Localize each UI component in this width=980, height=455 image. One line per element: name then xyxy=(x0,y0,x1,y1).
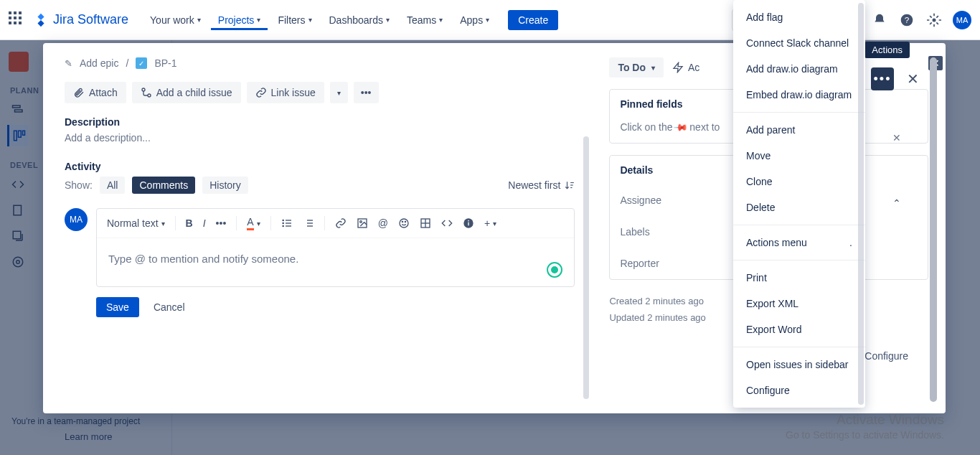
svg-rect-29 xyxy=(307,222,313,223)
pinned-fields-label: Pinned fields xyxy=(620,98,682,110)
status-select[interactable]: To Do▾ xyxy=(609,57,664,78)
mention-button[interactable]: @ xyxy=(378,217,388,229)
menu-add-flag[interactable]: Add flag xyxy=(733,4,865,30)
svg-point-34 xyxy=(402,221,402,222)
nav-apps[interactable]: Apps▾ xyxy=(453,10,496,30)
issue-actions-button[interactable]: ••• xyxy=(871,67,894,90)
more-actions-button[interactable]: ••• xyxy=(354,82,379,103)
menu-embed-drawio[interactable]: Embed draw.io diagram xyxy=(733,82,865,108)
create-button[interactable]: Create xyxy=(508,10,558,30)
user-avatar[interactable]: MA xyxy=(953,11,971,29)
details-label: Details xyxy=(620,164,653,176)
save-button[interactable]: Save xyxy=(96,297,139,317)
action-row: Attach Add a child issue Link issue ▾ ••… xyxy=(65,82,575,103)
nav-your-work[interactable]: Your work▾ xyxy=(143,10,208,30)
svg-rect-26 xyxy=(286,222,291,223)
settings-icon[interactable] xyxy=(925,11,943,29)
menu-delete[interactable]: Delete xyxy=(733,194,865,220)
nav-items: Your work▾ Projects▾ Filters▾ Dashboards… xyxy=(143,10,496,30)
more-formatting-button[interactable]: ••• xyxy=(216,217,227,229)
link-button[interactable] xyxy=(335,217,347,229)
link-issue-button[interactable]: Link issue xyxy=(247,82,324,103)
bold-button[interactable]: B xyxy=(186,217,193,229)
menu-scrollbar[interactable] xyxy=(858,3,864,405)
pin-icon: 📌 xyxy=(673,120,689,136)
tab-all[interactable]: All xyxy=(100,177,126,194)
table-button[interactable] xyxy=(420,217,431,229)
svg-point-23 xyxy=(282,222,284,225)
breadcrumb: ✎ Add epic / ✓ BP-1 xyxy=(65,57,575,69)
left-scrollbar[interactable] xyxy=(583,136,589,399)
nav-filters[interactable]: Filters▾ xyxy=(270,10,319,30)
italic-button[interactable]: I xyxy=(203,217,206,229)
pinned-close-x[interactable]: ✕ xyxy=(892,132,901,144)
svg-point-17 xyxy=(148,94,151,97)
modal-left: ✎ Add epic / ✓ BP-1 Attach Add a child i… xyxy=(43,43,592,413)
svg-rect-27 xyxy=(286,225,291,226)
activity-controls: Show: All Comments History Newest first xyxy=(65,177,575,194)
task-type-icon: ✓ xyxy=(136,57,147,69)
add-epic-link[interactable]: Add epic xyxy=(80,57,118,69)
attach-button[interactable]: Attach xyxy=(65,82,126,103)
cancel-button[interactable]: Cancel xyxy=(151,297,188,317)
app-switcher-icon[interactable] xyxy=(9,11,26,29)
add-more-button[interactable]: + ▾ xyxy=(484,217,496,229)
add-child-button[interactable]: Add a child issue xyxy=(132,82,241,103)
svg-point-35 xyxy=(405,221,405,222)
jira-logo[interactable]: Jira Software xyxy=(33,12,128,28)
close-modal-button[interactable]: ✕ xyxy=(901,67,924,90)
image-button[interactable] xyxy=(357,217,368,229)
actions-tooltip: Actions xyxy=(864,42,910,58)
menu-print[interactable]: Print xyxy=(733,265,865,291)
menu-clone[interactable]: Clone xyxy=(733,169,865,194)
grammarly-icon[interactable] xyxy=(547,262,562,278)
tab-history[interactable]: History xyxy=(202,177,248,194)
menu-export-xml[interactable]: Export XML xyxy=(733,291,865,316)
menu-add-parent[interactable]: Add parent xyxy=(733,117,865,143)
configure-button[interactable]: Configure xyxy=(864,350,908,362)
activity-label: Activity xyxy=(65,161,575,172)
nav-teams[interactable]: Teams▾ xyxy=(400,10,450,30)
actions-button-bolt[interactable]: Ac xyxy=(672,62,699,73)
editor-body[interactable]: Type @ to mention and notify someone. xyxy=(97,238,574,286)
menu-configure[interactable]: Configure xyxy=(733,377,865,403)
svg-point-4 xyxy=(933,18,936,22)
svg-rect-30 xyxy=(307,225,313,226)
text-style-select[interactable]: Normal text ▾ xyxy=(107,217,165,229)
editor-toolbar: Normal text ▾ B I ••• A ▾ @ xyxy=(97,209,574,238)
tab-comments[interactable]: Comments xyxy=(132,177,195,194)
notifications-icon[interactable] xyxy=(871,11,888,29)
issue-key[interactable]: BP-1 xyxy=(154,57,176,69)
svg-point-32 xyxy=(359,221,362,223)
editor-placeholder: Type @ to mention and notify someone. xyxy=(108,253,562,265)
emoji-button[interactable] xyxy=(398,217,410,229)
comment-avatar: MA xyxy=(65,208,88,231)
menu-connect-slack[interactable]: Connect Slack channel xyxy=(733,30,865,56)
save-row: Save Cancel xyxy=(96,297,575,317)
menu-export-word[interactable]: Export Word xyxy=(733,316,865,342)
page-scrollbar[interactable] xyxy=(930,57,937,402)
svg-rect-25 xyxy=(286,220,291,220)
menu-open-sidebar[interactable]: Open issues in sidebar xyxy=(733,352,865,377)
windows-watermark: Activate Windows Go to Settings to activ… xyxy=(786,412,944,441)
code-button[interactable] xyxy=(441,217,453,229)
logo-text: Jira Software xyxy=(53,12,128,27)
nav-dashboards[interactable]: Dashboards▾ xyxy=(322,10,397,30)
sort-newest[interactable]: Newest first xyxy=(508,179,575,191)
bullet-list-button[interactable] xyxy=(281,217,293,229)
number-list-button[interactable] xyxy=(303,217,314,229)
description-placeholder[interactable]: Add a description... xyxy=(65,132,575,144)
help-icon[interactable]: ? xyxy=(898,11,915,29)
details-collapse[interactable]: ⌃ xyxy=(892,197,901,209)
breadcrumb-sep: / xyxy=(126,57,128,69)
show-label: Show: xyxy=(65,179,93,191)
text-color-button[interactable]: A ▾ xyxy=(247,216,260,230)
svg-rect-40 xyxy=(468,222,468,226)
menu-move[interactable]: Move xyxy=(733,143,865,169)
modal-top-right: ••• ✕ xyxy=(871,67,924,90)
nav-projects[interactable]: Projects▾ xyxy=(211,10,268,30)
info-button[interactable] xyxy=(463,217,474,229)
link-dropdown-button[interactable]: ▾ xyxy=(330,82,348,103)
menu-add-drawio[interactable]: Add draw.io diagram xyxy=(733,56,865,82)
svg-point-41 xyxy=(468,220,469,222)
